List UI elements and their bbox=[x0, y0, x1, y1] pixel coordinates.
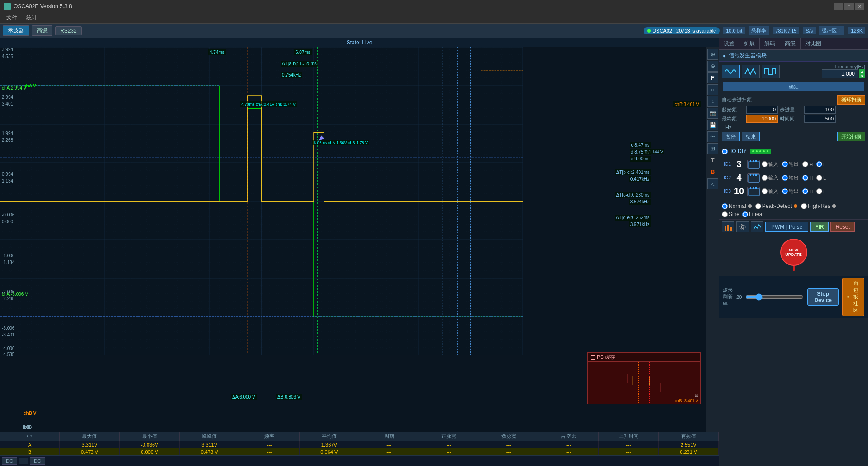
zoom-in-button[interactable]: ⊕ bbox=[707, 49, 718, 60]
sweep-start-row: 起始频 步进量 bbox=[722, 106, 865, 114]
waveform-triangle-button[interactable] bbox=[742, 65, 760, 78]
zoom-out-button[interactable]: ⊖ bbox=[707, 61, 718, 72]
toolbar: 示波器 高级 RS232 OSCA02 : 20713 is available… bbox=[0, 24, 868, 38]
pause-sweep-button[interactable]: 暂停 bbox=[722, 132, 740, 141]
chb-right-label: chB:3.401 V bbox=[673, 101, 701, 107]
freq-bc-label: 0.417kHz bbox=[629, 176, 651, 182]
start-sweep-button[interactable]: 开始扫频 bbox=[837, 132, 865, 141]
io1-output-option[interactable]: 输出 bbox=[782, 161, 799, 168]
svg-point-24 bbox=[847, 296, 847, 297]
delta-b-label: ΔB:6.803 V bbox=[276, 394, 302, 400]
minimize-button[interactable]: — bbox=[834, 3, 843, 10]
sweep-step-input[interactable] bbox=[804, 106, 836, 114]
waveform-sine-button[interactable] bbox=[722, 65, 740, 78]
normal-wave-option[interactable]: Normal bbox=[722, 203, 752, 209]
stop-device-button[interactable]: Stop Device bbox=[807, 288, 839, 306]
reset-button[interactable]: Reset bbox=[830, 222, 854, 232]
svg-rect-17 bbox=[755, 187, 757, 189]
sweep-end-input[interactable] bbox=[746, 115, 778, 123]
freq-up-button[interactable]: ▲ bbox=[859, 69, 865, 74]
update-line2: UPDATE bbox=[785, 252, 801, 257]
col-rise: 上升时间 bbox=[599, 432, 658, 441]
io1-input-option[interactable]: 输入 bbox=[762, 161, 778, 168]
x-label-0: 0.00 bbox=[23, 425, 31, 430]
f-button[interactable]: F bbox=[707, 72, 718, 83]
high-res-option[interactable]: High-Res bbox=[801, 203, 836, 209]
menu-file[interactable]: 文件 bbox=[2, 13, 22, 23]
triangle-button[interactable]: ◁ bbox=[707, 178, 718, 189]
pc-buffer-window[interactable]: PC 缓存 chB:-3.401 V ☑ bbox=[587, 352, 701, 404]
pc-buf-checkbox[interactable]: ☑ bbox=[695, 393, 698, 398]
buffer-label: 缓冲区： bbox=[819, 26, 844, 35]
confirm-freq-button[interactable]: 确定 bbox=[723, 82, 864, 91]
maximize-button[interactable]: □ bbox=[844, 3, 854, 10]
io1-chip bbox=[747, 160, 760, 169]
waveform-square-button[interactable] bbox=[762, 65, 780, 78]
sweep-end-row: 最终频 时间间 bbox=[722, 115, 865, 123]
io2-h-option[interactable]: H bbox=[802, 175, 813, 181]
pc-buf-checkbox-icon[interactable] bbox=[591, 355, 595, 360]
toolbar-rs232[interactable]: RS232 bbox=[55, 26, 82, 35]
svg-point-21 bbox=[741, 226, 744, 228]
freq-input[interactable] bbox=[822, 69, 858, 78]
io2-input-option[interactable]: 输入 bbox=[762, 174, 778, 181]
peak-detect-option[interactable]: Peak-Detect bbox=[755, 203, 797, 209]
freq-down-button[interactable]: ▼ bbox=[859, 74, 865, 78]
pc-buffer-canvas bbox=[588, 362, 700, 404]
dt-bc-label: ΔT[b-c]:2.401ms bbox=[615, 169, 651, 175]
svg-point-2 bbox=[756, 150, 758, 152]
oscilloscope-canvas[interactable] bbox=[0, 47, 523, 355]
dc-button-a[interactable]: DC bbox=[2, 457, 17, 465]
pwm-pulse-button[interactable]: PWM | Pulse bbox=[765, 222, 808, 232]
tab-decode[interactable]: 解码 bbox=[760, 38, 780, 49]
sweep-start-input[interactable] bbox=[746, 106, 778, 114]
update-indicator[interactable]: NEW UPDATE bbox=[780, 239, 807, 271]
toolbar-oscilloscope[interactable]: 示波器 bbox=[3, 25, 29, 36]
io1-row: IO1 3 输入 输出 H L bbox=[722, 158, 865, 170]
breadboard-label: 面包板社区 bbox=[851, 280, 860, 314]
io2-output-option[interactable]: 输出 bbox=[782, 174, 799, 181]
bar-chart-icon-button[interactable] bbox=[722, 221, 734, 232]
breadboard-button[interactable]: 面包板社区 bbox=[842, 278, 864, 316]
linear-option[interactable]: Linear bbox=[742, 211, 764, 217]
end-sweep-button[interactable]: 结束 bbox=[742, 132, 760, 141]
io-diy-radio[interactable] bbox=[722, 149, 728, 154]
close-button[interactable]: ✕ bbox=[855, 3, 864, 10]
x-label-9: 9.00 bbox=[23, 425, 31, 430]
grid-button[interactable]: ⊞ bbox=[707, 143, 718, 154]
dc-button-b[interactable]: DC bbox=[30, 457, 45, 465]
toolbar-advanced[interactable]: 高级 bbox=[32, 25, 52, 36]
fir-button[interactable]: FIR bbox=[810, 222, 829, 232]
meas-row-a: A 3.311V -0.036V 3.311V --- 1.367V --- -… bbox=[0, 441, 719, 448]
io1-l-option[interactable]: L bbox=[816, 161, 826, 167]
sweep-start-label: 起始频 bbox=[722, 106, 744, 113]
settings-gear-icon bbox=[738, 223, 747, 231]
cursor-v-button[interactable]: ↕ bbox=[707, 96, 718, 107]
tab-expand[interactable]: 扩展 bbox=[739, 38, 760, 49]
io3-l-option[interactable]: L bbox=[816, 188, 826, 194]
tab-advanced[interactable]: 高级 bbox=[780, 38, 801, 49]
io3-h-option[interactable]: H bbox=[802, 188, 813, 194]
save-button[interactable]: 💾 bbox=[707, 120, 718, 130]
sine-option[interactable]: Sine bbox=[722, 211, 739, 217]
wfr-slider[interactable] bbox=[745, 293, 804, 301]
cell-a-min: -0.036V bbox=[120, 441, 180, 448]
titlebar: OSCA02E Version 5.3.8 — □ ✕ bbox=[0, 0, 868, 13]
triangle-wave-icon bbox=[744, 67, 758, 76]
tab-compare[interactable]: 对比图 bbox=[801, 38, 826, 49]
screenshot-button[interactable]: 📷 bbox=[707, 108, 718, 119]
cursor-h-button[interactable]: ↔ bbox=[707, 84, 718, 95]
histogram-icon-button[interactable] bbox=[751, 221, 763, 232]
wfr-label: 波形刷新率 bbox=[723, 287, 733, 307]
col-duty: 占空比 bbox=[539, 432, 599, 441]
sweep-time-input[interactable] bbox=[804, 115, 836, 123]
settings-icon-button[interactable] bbox=[736, 221, 749, 232]
io2-l-option[interactable]: L bbox=[816, 175, 826, 181]
menu-stats[interactable]: 统计 bbox=[22, 13, 42, 23]
waveform-button[interactable]: 〜 bbox=[707, 131, 718, 142]
cycle-sweep-button[interactable]: 循环扫频 bbox=[837, 95, 865, 105]
io1-h-option[interactable]: H bbox=[802, 161, 813, 167]
tab-settings[interactable]: 设置 bbox=[719, 38, 739, 49]
io3-input-option[interactable]: 输入 bbox=[762, 188, 778, 195]
io3-output-option[interactable]: 输出 bbox=[782, 188, 799, 195]
